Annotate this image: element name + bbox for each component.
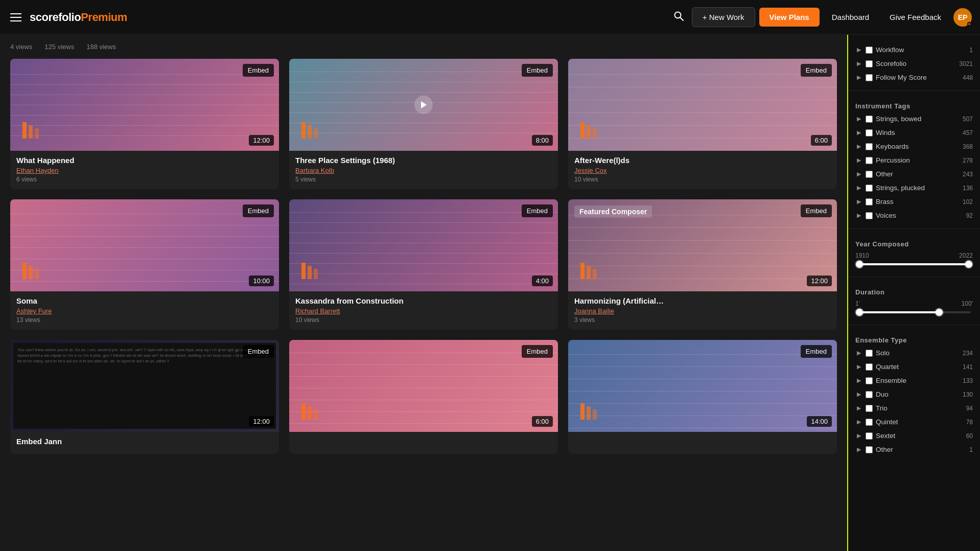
card-5-views: 10 views	[295, 316, 552, 324]
card-5[interactable]: Embed 4:00 Kassandra from Construction R…	[289, 199, 558, 330]
filter-ensemble[interactable]: ▶ Ensemble 133	[848, 374, 980, 387]
search-button[interactable]	[669, 7, 688, 28]
filter-strings-bowed[interactable]: ▶ Strings, bowed 507	[848, 112, 980, 126]
card-6-bg: Featured Composer	[568, 199, 837, 291]
sextet-checkbox[interactable]	[866, 432, 873, 440]
instrument-tags-title: Instrument Tags	[848, 97, 980, 112]
card-1-info: What Happened Ethan Hayden 6 views	[10, 151, 279, 189]
view-plans-button[interactable]: View Plans	[759, 8, 820, 27]
embed-button-4[interactable]: Embed	[243, 204, 274, 217]
filter-strings-plucked[interactable]: ▶ Strings, plucked 136	[848, 181, 980, 195]
card-grid: Embed 12:00 What Happened Ethan Hayden 6…	[10, 59, 837, 454]
duration-slider-thumb-left[interactable]	[856, 309, 863, 316]
filter-quintet[interactable]: ▶ Quintet 78	[848, 415, 980, 429]
card-4-title: Soma	[16, 296, 273, 305]
logo-mark-icon-8	[297, 401, 324, 422]
percussion-count: 278	[963, 157, 973, 164]
strings-plucked-checkbox[interactable]	[866, 185, 873, 192]
hamburger-menu[interactable]	[8, 11, 24, 24]
duration-slider-thumb-right[interactable]	[936, 309, 943, 316]
year-slider-thumb-left[interactable]	[856, 261, 863, 268]
svg-rect-21	[301, 403, 306, 420]
avatar[interactable]: EP	[953, 8, 972, 27]
give-feedback-button[interactable]: Give Feedback	[881, 8, 949, 27]
card-2[interactable]: Embed 8:00 Three Place Settings (1968) B…	[289, 59, 558, 189]
quartet-checkbox[interactable]	[866, 363, 873, 371]
card-1[interactable]: Embed 12:00 What Happened Ethan Hayden 6…	[10, 59, 279, 189]
year-slider-track[interactable]	[857, 263, 971, 265]
embed-button-5[interactable]: Embed	[522, 204, 553, 217]
filter-workflow[interactable]: ▶ Workflow 1	[848, 43, 980, 57]
year-slider-thumb-right[interactable]	[965, 261, 972, 268]
filter-duo[interactable]: ▶ Duo 130	[848, 387, 980, 401]
trio-checkbox[interactable]	[866, 405, 873, 412]
duo-checkbox[interactable]	[866, 391, 873, 398]
filter-winds[interactable]: ▶ Winds 457	[848, 126, 980, 140]
notation-lines-9	[568, 340, 837, 432]
ensemble-type-section: Ensemble Type ▶ Solo 234 ▶ Quartet 141 ▶…	[848, 328, 980, 460]
embed-button-2[interactable]: Embed	[522, 64, 553, 77]
percussion-checkbox[interactable]	[866, 157, 873, 164]
views-count-1: 4 views	[10, 43, 32, 51]
percussion-label: Percussion	[876, 156, 960, 164]
embed-button-6[interactable]: Embed	[801, 204, 832, 217]
ensemble-checkbox[interactable]	[866, 377, 873, 384]
strings-bowed-checkbox[interactable]	[866, 116, 873, 123]
embed-button-9[interactable]: Embed	[801, 345, 832, 358]
card-2-composer[interactable]: Barbara Kolb	[295, 167, 552, 174]
card-8[interactable]: Embed 6:00	[289, 340, 558, 454]
filter-trio[interactable]: ▶ Trio 94	[848, 401, 980, 415]
keyboards-checkbox[interactable]	[866, 143, 873, 150]
filter-percussion[interactable]: ▶ Percussion 278	[848, 153, 980, 167]
filter-follow-my-score[interactable]: ▶ Follow My Score 448	[848, 71, 980, 84]
filter-quartet[interactable]: ▶ Quartet 141	[848, 360, 980, 374]
workflow-checkbox[interactable]	[866, 47, 873, 54]
quartet-label: Quartet	[876, 363, 960, 371]
card-6-composer[interactable]: Joanna Bailie	[574, 307, 831, 315]
filter-other-instrument[interactable]: ▶ Other 243	[848, 167, 980, 181]
follow-my-score-checkbox[interactable]	[866, 74, 873, 81]
embed-button-1[interactable]: Embed	[243, 64, 274, 77]
chevron-icon-quintet: ▶	[855, 419, 862, 426]
card-4[interactable]: Embed 10:00 Soma Ashley Fure 13 views	[10, 199, 279, 330]
card-4-composer[interactable]: Ashley Fure	[16, 307, 273, 315]
card-7[interactable]: You can't think where you're at. So sir,…	[10, 340, 279, 454]
embed-button-7[interactable]: Embed	[243, 345, 274, 358]
views-row: 4 views 125 views 188 views	[10, 43, 837, 54]
brass-checkbox[interactable]	[866, 198, 873, 205]
filter-other-ensemble[interactable]: ▶ Other 1	[848, 443, 980, 456]
duration-badge-4: 10:00	[249, 276, 274, 286]
card-5-composer[interactable]: Richard Barrett	[295, 307, 552, 315]
embed-button-3[interactable]: Embed	[801, 64, 832, 77]
other-ensemble-checkbox[interactable]	[866, 446, 873, 453]
dashboard-button[interactable]: Dashboard	[824, 8, 877, 27]
featured-label: Featured Composer	[574, 205, 652, 218]
winds-checkbox[interactable]	[866, 129, 873, 136]
scorefolio-checkbox[interactable]	[866, 60, 873, 67]
filter-solo[interactable]: ▶ Solo 234	[848, 346, 980, 360]
duration-slider-track[interactable]	[857, 311, 971, 313]
strings-bowed-count: 507	[963, 116, 973, 123]
filter-keyboards[interactable]: ▶ Keyboards 368	[848, 140, 980, 153]
card-1-composer[interactable]: Ethan Hayden	[16, 167, 273, 174]
chevron-icon-b: ▶	[855, 198, 862, 205]
other-instrument-checkbox[interactable]	[866, 171, 873, 178]
ensemble-type-title: Ensemble Type	[848, 331, 980, 346]
keyboards-label: Keyboards	[876, 143, 960, 150]
chevron-icon-2: ▶	[855, 60, 862, 67]
svg-rect-11	[593, 128, 597, 139]
card-3-composer[interactable]: Jessie Cox	[574, 167, 831, 174]
card-9[interactable]: Embed 14:00	[568, 340, 837, 454]
filter-brass[interactable]: ▶ Brass 102	[848, 195, 980, 209]
embed-button-8[interactable]: Embed	[522, 345, 553, 358]
filter-voices[interactable]: ▶ Voices 92	[848, 209, 980, 222]
chevron-icon-sextet: ▶	[855, 432, 862, 440]
solo-checkbox[interactable]	[866, 350, 873, 357]
card-3[interactable]: Embed 6:00 After-Were(l)ds Jessie Cox 10…	[568, 59, 837, 189]
new-work-button[interactable]: + New Work	[692, 7, 755, 27]
filter-sextet[interactable]: ▶ Sextet 60	[848, 429, 980, 443]
card-6[interactable]: Featured Composer Embed 12:00 Harm	[568, 199, 837, 330]
quintet-checkbox[interactable]	[866, 419, 873, 426]
filter-scorefolio[interactable]: ▶ Scorefolio 3021	[848, 57, 980, 71]
voices-checkbox[interactable]	[866, 212, 873, 219]
